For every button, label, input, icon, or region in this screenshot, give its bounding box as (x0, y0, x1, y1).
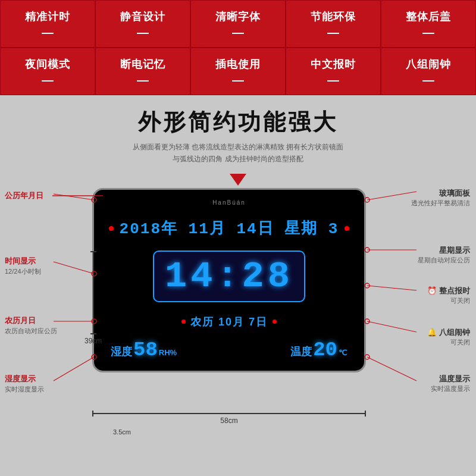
ann-glass-sub: 透光性好平整易清洁 (411, 199, 470, 208)
clock-lunar-text: 农历 10月 7日 (190, 315, 268, 329)
feature-cell-6: 夜间模式 — (0, 48, 95, 95)
feature-cell-10: 八组闹钟 — (381, 48, 476, 95)
svg-line-9 (367, 192, 416, 200)
feature-dash-1: — (42, 26, 54, 38)
feature-cell-2: 静音设计 — (95, 0, 190, 48)
feature-title-8: 插电使用 (215, 57, 261, 71)
feature-title-6: 夜间模式 (25, 57, 70, 71)
feature-title-4: 节能环保 (311, 10, 356, 24)
humidity-value: 58 (133, 339, 158, 361)
feature-cell-5: 整体后盖 — (381, 0, 476, 48)
feature-dash-10: — (422, 74, 434, 86)
arrow-down-icon (230, 174, 246, 186)
feature-title-5: 整体后盖 (406, 10, 451, 24)
width-label: 58cm (220, 416, 237, 425)
ann-week-title: 星期显示 (418, 245, 470, 256)
dimension-height: 39cm (84, 251, 102, 345)
ann-chime-title: ⏰ 整点报时 (427, 286, 470, 296)
temp-label: 温度 (290, 345, 312, 359)
feature-dash-9: — (327, 74, 339, 86)
ann-temp-sub: 实时温度显示 (431, 384, 470, 393)
feature-cell-1: 精准计时 — (0, 0, 95, 48)
ann-alarm-right: 🔔 八组闹钟 可关闭 (427, 327, 470, 347)
feature-dash-3: — (232, 26, 244, 38)
feature-dash-4: — (327, 26, 339, 38)
feature-dash-8: — (232, 74, 244, 86)
clock-brand: HanBúán (212, 199, 246, 206)
dot-left (109, 226, 114, 231)
ann-time-title: 时间显示 12/24小时制 (5, 256, 41, 276)
clock-area: HanBúán 2018年 11月 14日 星期 3 14:28 农历 10月 … (0, 174, 476, 447)
feature-dash-6: — (42, 74, 54, 86)
humidity-unit: RH% (159, 348, 177, 357)
feature-cell-4: 节能环保 — (286, 0, 381, 48)
section-title: 外形简约功能强大 (0, 107, 476, 137)
ann-alarm-sub: 可关闭 (427, 338, 470, 347)
ann-hum-label: 湿度显示 实时湿度显示 (5, 374, 44, 394)
clock-bottom-row: 湿度 58 RH% 温度 20 ℃ (105, 339, 353, 361)
ann-chime-right: ⏰ 整点报时 可关闭 (427, 286, 470, 305)
subtitle-line1: 从侧面看更为轻薄 也将流线造型表达的淋漓精致 拥有长方状前镜面 (133, 143, 344, 151)
ann-temp-right: 温度显示 实时温度显示 (431, 374, 470, 393)
clock-time-text: 14:28 (165, 255, 293, 298)
feature-dash-7: — (137, 74, 149, 86)
ann-glass-title: 玻璃面板 (411, 188, 470, 199)
ann-week-right: 星期显示 星期自动对应公历 (418, 245, 470, 265)
feature-cell-9: 中文报时 — (286, 48, 381, 95)
feature-cell-3: 清晰字体 — (190, 0, 286, 48)
ann-hum-title: 湿度显示 实时湿度显示 (5, 374, 44, 394)
ann-glass-right: 玻璃面板 透光性好平整易清洁 (411, 188, 470, 208)
feature-title-9: 中文报时 (311, 57, 356, 71)
lunar-dot-right (273, 320, 277, 324)
svg-line-17 (367, 357, 416, 381)
dimension-depth: 3.5cm (113, 428, 131, 436)
svg-line-7 (54, 357, 94, 381)
ann-lunar-label: 农历月日 农历自动对应公历 (5, 315, 57, 336)
depth-label: 3.5cm (113, 428, 131, 436)
ann-chime-sub: 可关闭 (427, 296, 470, 305)
clock-device: HanBúán 2018年 11月 14日 星期 3 14:28 农历 10月 … (92, 188, 366, 372)
dimension-width: 58cm (92, 413, 366, 425)
temp-value: 20 (313, 339, 337, 361)
width-bracket (92, 413, 366, 414)
clock-date-text: 2018年 11月 14日 星期 3 (120, 218, 339, 239)
feature-cell-7: 断电记忆 — (95, 48, 190, 95)
ann-date-label: 公历年月日 (5, 190, 43, 201)
ann-temp-title: 温度显示 (431, 374, 470, 384)
feature-cell-8: 插电使用 — (190, 48, 286, 95)
svg-line-15 (367, 321, 416, 332)
clock-time-display: 14:28 (153, 250, 305, 302)
clock-temperature: 温度 20 ℃ (290, 339, 347, 361)
feature-title-1: 精准计时 (25, 10, 70, 24)
ann-week-sub: 星期自动对应公历 (418, 256, 470, 265)
lunar-dot-left (181, 320, 186, 324)
feature-dash-5: — (422, 26, 434, 38)
feature-dash-2: — (137, 26, 149, 38)
clock-lunar-row: 农历 10月 7日 (179, 315, 279, 329)
ann-lunar-title: 农历月日 农历自动对应公历 (5, 315, 57, 336)
main-section: 外形简约功能强大 从侧面看更为轻薄 也将流线造型表达的淋漓精致 拥有长方状前镜面… (0, 95, 476, 476)
clock-date-row: 2018年 11月 14日 星期 3 (105, 218, 353, 239)
humidity-label: 湿度 (111, 345, 132, 359)
feature-grid: 精准计时 — 静音设计 — 清晰字体 — 节能环保 — 整体后盖 — 夜间模式 … (0, 0, 476, 95)
feature-title-3: 清晰字体 (215, 10, 261, 24)
temp-unit: ℃ (339, 348, 347, 357)
height-bracket (93, 251, 94, 334)
ann-time-label: 时间显示 12/24小时制 (5, 256, 41, 276)
ann-alarm-title: 🔔 八组闹钟 (427, 327, 470, 338)
feature-title-7: 断电记忆 (120, 57, 165, 71)
ann-date-title: 公历年月日 (5, 190, 43, 201)
height-label: 39cm (84, 337, 102, 345)
feature-title-2: 静音设计 (120, 10, 165, 24)
feature-title-10: 八组闹钟 (406, 57, 451, 71)
subtitle-line2: 与弧线边的四角 成为挂钟时尚的造型搭配 (173, 155, 303, 163)
svg-line-13 (367, 286, 416, 290)
section-subtitle: 从侧面看更为轻薄 也将流线造型表达的淋漓精致 拥有长方状前镜面 与弧线边的四角 … (0, 141, 476, 165)
clock-humidity: 湿度 58 RH% (111, 339, 177, 361)
dot-right (345, 226, 349, 231)
